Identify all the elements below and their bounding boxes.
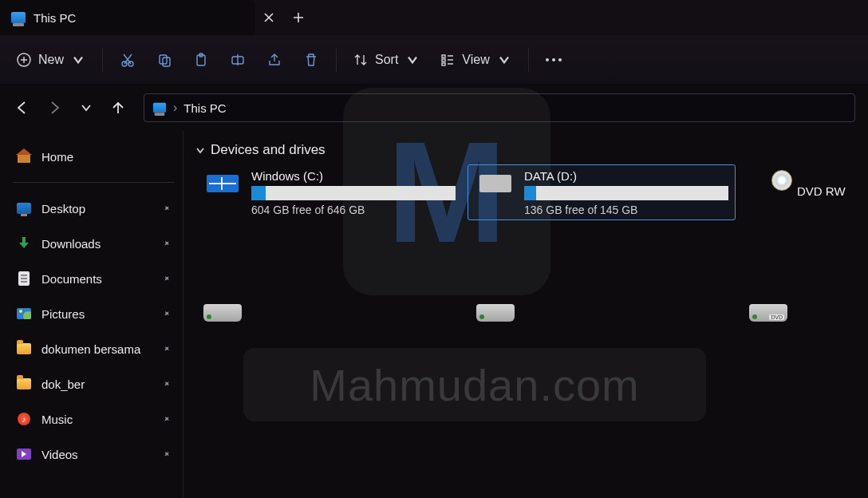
folder-icon [16, 341, 32, 357]
group-header[interactable]: Devices and drives [195, 142, 868, 158]
new-label: New [38, 53, 64, 67]
drive-item[interactable]: Windows (C:)604 GB free of 646 GB [195, 164, 463, 220]
home-icon [16, 148, 32, 164]
rename-button[interactable] [221, 45, 254, 75]
sidebar-item-home[interactable]: Home [8, 139, 180, 174]
svg-rect-9 [442, 59, 445, 61]
up-button[interactable] [104, 93, 132, 122]
title-bar: This PC [0, 0, 868, 35]
desktop-icon [16, 200, 32, 216]
tab-close-button[interactable] [255, 0, 282, 35]
drive-icon [475, 173, 516, 211]
pic-icon [16, 306, 32, 322]
sort-label: Sort [375, 53, 398, 67]
this-pc-icon [153, 103, 166, 113]
sidebar-item-label: Downloads [41, 237, 101, 251]
sidebar-item[interactable]: Documents [8, 261, 180, 296]
separator [336, 48, 337, 72]
sidebar-item-label: Videos [41, 448, 78, 461]
drive-name: DATA (D:) [524, 169, 728, 183]
view-label: View [462, 53, 489, 67]
chevron-down-icon [195, 144, 206, 156]
share-button[interactable] [258, 45, 291, 75]
sidebar-item[interactable]: Desktop [8, 191, 180, 226]
ellipsis-icon [546, 58, 562, 61]
recent-button[interactable] [72, 93, 101, 122]
sidebar-item-label: Desktop [41, 202, 85, 215]
drive-icon [748, 173, 789, 211]
sidebar-item[interactable]: Videos [8, 437, 180, 472]
pin-icon [162, 237, 172, 251]
drive-name: Windows (C:) [251, 169, 456, 183]
down-icon [16, 235, 32, 251]
sidebar-item[interactable]: Music [8, 401, 180, 437]
sidebar-item[interactable]: dokumen bersama [8, 331, 180, 366]
sidebar-item-label: Music [41, 413, 73, 426]
address-bar[interactable]: › This PC [144, 93, 855, 122]
more-button[interactable] [537, 45, 570, 75]
window-tab[interactable]: This PC [0, 0, 255, 35]
sidebar-item[interactable]: Pictures [8, 296, 180, 331]
cut-button[interactable] [111, 45, 144, 75]
sidebar-item-label: Pictures [41, 307, 85, 321]
drive-item[interactable]: DVD RW [740, 164, 868, 220]
doc-icon [16, 271, 32, 287]
pin-icon [162, 202, 172, 215]
music-icon [16, 411, 32, 427]
drive-free-text: 604 GB free of 646 GB [251, 204, 456, 216]
sidebar-item[interactable]: Downloads [8, 226, 180, 261]
paste-button[interactable] [184, 45, 218, 75]
pin-icon [162, 272, 172, 286]
group-title: Devices and drives [211, 142, 326, 158]
storage-bar [524, 186, 728, 200]
back-button[interactable] [8, 93, 37, 122]
pin-icon [162, 307, 172, 321]
tab-title: This PC [34, 11, 244, 25]
view-button[interactable]: View [432, 45, 519, 75]
breadcrumb-root[interactable]: This PC [183, 101, 226, 115]
this-pc-icon [11, 12, 26, 23]
delete-button[interactable] [294, 45, 328, 75]
sidebar-item-label: Documents [41, 272, 102, 286]
svg-rect-8 [442, 55, 445, 57]
separator [528, 48, 529, 72]
pin-icon [162, 342, 172, 356]
new-tab-button[interactable] [282, 0, 314, 35]
new-button[interactable]: New [8, 45, 94, 75]
sidebar-item-label: dokumen bersama [41, 342, 140, 356]
separator [13, 182, 175, 183]
video-icon [16, 446, 32, 462]
sidebar-item-label: Home [41, 150, 73, 164]
separator [102, 48, 103, 72]
pin-icon [162, 413, 172, 426]
sort-button[interactable]: Sort [345, 45, 428, 75]
toolbar: New Sort View [0, 35, 868, 85]
drive-name: DVD RW [797, 184, 861, 198]
sidebar-item-label: dok_ber [41, 377, 85, 391]
drive-item[interactable]: DATA (D:)136 GB free of 145 GB [468, 164, 736, 220]
navigation-pane: Home DesktopDownloadsDocumentsPicturesdo… [0, 131, 183, 498]
forward-button[interactable] [40, 93, 69, 122]
folder-icon [16, 376, 32, 392]
chevron-right-icon: › [173, 101, 177, 115]
pin-icon [162, 377, 172, 391]
navigation-bar: › This PC [0, 85, 868, 131]
sidebar-item[interactable]: dok_ber [8, 366, 180, 401]
copy-button[interactable] [148, 45, 181, 75]
content-pane: Devices and drives Windows (C:)604 GB fr… [183, 131, 868, 498]
pin-icon [162, 448, 172, 461]
drive-free-text: 136 GB free of 145 GB [524, 204, 728, 216]
drive-icon [202, 173, 243, 211]
storage-bar [251, 186, 456, 200]
svg-rect-10 [442, 63, 445, 65]
